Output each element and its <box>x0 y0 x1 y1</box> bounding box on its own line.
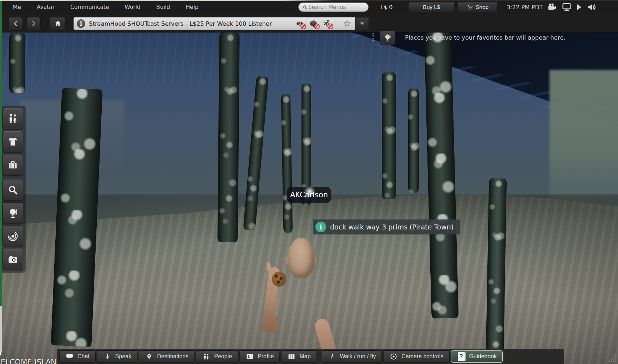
speaker-volume-icon[interactable] <box>587 3 597 11</box>
map-pin-icon <box>145 353 153 360</box>
side-toolbar <box>1 106 26 273</box>
map-button[interactable]: Map <box>281 350 316 363</box>
window-top-edge <box>0 0 618 1</box>
bottom-toolbar: Chat Speak Destinations <box>57 349 564 364</box>
map-label: Map <box>299 353 310 360</box>
globe-icon <box>7 207 19 219</box>
menu-build[interactable]: Build <box>148 4 178 10</box>
folded-map-icon <box>287 353 296 360</box>
guidebook-icon: ? <box>457 352 466 361</box>
home-button[interactable] <box>50 17 66 30</box>
chevron-left-icon <box>12 20 19 27</box>
microphone-icon <box>103 353 112 360</box>
walk-run-fly-label: Walk / run / fly <box>340 353 376 360</box>
profile-label: Profile <box>258 353 274 360</box>
shop-button[interactable]: Shop <box>458 2 498 12</box>
shirt-icon <box>7 136 19 147</box>
search-menus-input[interactable] <box>308 4 363 11</box>
people-button[interactable] <box>2 108 23 129</box>
linden-balance[interactable]: L$ 0 <box>380 0 392 14</box>
inventory-button[interactable] <box>2 154 23 176</box>
search-icon <box>7 184 19 196</box>
monitor-icon[interactable] <box>562 3 571 11</box>
buy-lindens-button[interactable]: Buy L$ <box>409 2 454 12</box>
forward-button[interactable] <box>26 17 41 30</box>
second-life-viewer-window: AKCarlson i dock walk way 3 prims (Pirat… <box>0 0 618 364</box>
dock-pillar <box>486 178 507 354</box>
chevron-right-icon <box>30 20 37 27</box>
movie-camera-icon[interactable] <box>547 3 557 11</box>
speak-label: Speak <box>115 353 131 360</box>
parcel-info-icon[interactable]: i <box>77 19 85 28</box>
favorites-landmark-button[interactable] <box>380 31 395 45</box>
destinations-button[interactable]: Destinations <box>139 350 194 363</box>
object-inspect-tooltip: i dock walk way 3 prims (Pirate Town) <box>313 219 460 234</box>
held-cookie-object[interactable] <box>272 272 286 287</box>
chat-bubble-icon <box>65 353 74 360</box>
no-see-icon <box>295 19 304 28</box>
profile-card-icon <box>245 353 254 360</box>
parcel-restriction-icons <box>295 19 351 28</box>
avatar-name-tag[interactable]: AKCarlson <box>287 187 331 203</box>
guidebook-label: Guidebook <box>469 353 497 360</box>
play-media-icon[interactable] <box>576 4 582 11</box>
camera-controls-button[interactable]: Camera controls <box>383 350 449 363</box>
avatar-head[interactable] <box>288 238 315 278</box>
shop-label: Shop <box>476 4 488 10</box>
menu-communicate[interactable]: Communicate <box>62 4 117 10</box>
location-history-dropdown[interactable] <box>355 17 369 30</box>
home-icon <box>54 20 62 27</box>
info-icon: i <box>315 222 326 232</box>
clock: 3:22 PM PDT <box>507 0 543 14</box>
people-icon <box>202 353 211 360</box>
menu-avatar[interactable]: Avatar <box>29 4 62 10</box>
chevron-down-icon <box>360 22 364 25</box>
resize-grip[interactable] <box>605 353 617 363</box>
window-left-edge-green <box>0 0 2 306</box>
menu-me[interactable]: Me <box>5 4 29 10</box>
location-bar[interactable]: i StreamHood SHOUTcast Servers - L$25 Pe… <box>74 17 355 30</box>
walk-run-fly-button[interactable]: Walk / run / fly <box>322 350 382 363</box>
suitcase-icon <box>7 159 19 171</box>
back-button[interactable] <box>9 17 23 30</box>
dock-pillar <box>9 33 25 93</box>
navigation-bar: i StreamHood SHOUTcast Servers - L$25 Pe… <box>0 14 618 32</box>
chat-label: Chat <box>77 353 90 360</box>
mini-map-button[interactable] <box>2 226 23 247</box>
window-left-edge-gray <box>0 306 2 352</box>
radar-icon <box>7 231 19 242</box>
dock-pillar <box>408 89 419 193</box>
dock-pillar <box>281 94 293 233</box>
chat-button[interactable]: Chat <box>59 350 96 363</box>
camera-eye-icon <box>389 353 398 360</box>
people-label: People <box>214 353 232 360</box>
search-button[interactable] <box>2 179 23 201</box>
camera-controls-label: Camera controls <box>401 353 443 360</box>
people-button-toolbar[interactable]: People <box>196 350 238 363</box>
shopping-cart-icon <box>467 4 473 10</box>
profile-button[interactable]: Profile <box>239 350 280 363</box>
menu-world[interactable]: World <box>117 4 148 10</box>
people-icon <box>7 113 19 124</box>
menu-items: Me Avatar Communicate World Build Help <box>5 0 206 14</box>
world-viewport[interactable]: AKCarlson i dock walk way 3 prims (Pirat… <box>0 0 618 364</box>
dock-pillar <box>217 32 239 242</box>
world-map-button[interactable] <box>2 202 23 224</box>
guidebook-button[interactable]: ? Guidebook <box>451 350 503 363</box>
walking-person-icon <box>328 353 336 360</box>
favorite-star-icon[interactable] <box>343 19 351 28</box>
favorites-separator <box>373 33 374 43</box>
no-push-icon <box>322 19 331 28</box>
camera-icon <box>7 254 19 265</box>
search-menus-box[interactable] <box>298 2 369 12</box>
menu-help[interactable]: Help <box>178 4 206 10</box>
status-icon-group <box>547 0 597 14</box>
dock-pillar <box>382 72 396 199</box>
top-menu-bar: Me Avatar Communicate World Build Help L… <box>0 0 618 14</box>
snapshot-button[interactable] <box>2 249 23 270</box>
outfit-button[interactable] <box>2 131 23 152</box>
location-title: StreamHood SHOUTcast Servers - L$25 Per … <box>89 20 272 27</box>
speak-button[interactable]: Speak <box>97 350 137 363</box>
no-build-icon <box>309 19 318 28</box>
favorites-hint-text: Places you save to your favorites bar wi… <box>405 29 566 47</box>
